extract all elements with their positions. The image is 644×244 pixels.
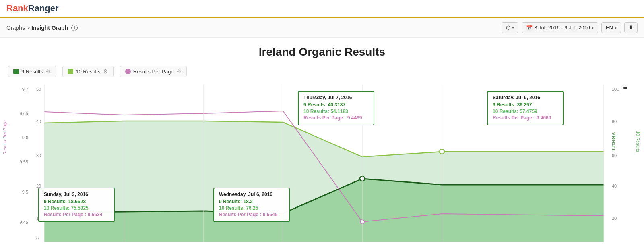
y-left-label-4: 9.5 xyxy=(22,190,28,194)
tooltip-jul9-9r: 9 Results: 36.297 xyxy=(493,102,558,108)
language-button[interactable]: EN ▾ xyxy=(601,22,621,33)
cube-icon: ⬡ xyxy=(506,25,510,31)
gear-icon-10results[interactable]: ⚙ xyxy=(103,68,108,75)
breadcrumb-current: Insight Graph xyxy=(31,25,68,31)
tooltip-jul9: Saturday, Jul 9, 2016 9 Results: 36.297 … xyxy=(487,91,564,125)
download-icon: ⬇ xyxy=(629,25,633,31)
y-axis-right-10r-title: 10 Results xyxy=(636,121,640,162)
tooltip-jul9-rpp: Results Per Page : 9.4669 xyxy=(493,115,558,121)
legend-rpp[interactable]: Results Per Page ⚙ xyxy=(120,66,187,77)
tooltip-jul7-date: Thursday, Jul 7, 2016 xyxy=(303,95,369,100)
cube-button[interactable]: ⬡ ▾ xyxy=(502,22,518,33)
legend: 9 Results ⚙ 10 Results ⚙ Results Per Pag… xyxy=(0,63,644,79)
y-right-label-20: 20 xyxy=(612,216,617,221)
tooltip-jul7: Thursday, Jul 7, 2016 9 Results: 40.3187… xyxy=(298,91,374,125)
tooltip-jul6-9r: 9 Results: 18.2 xyxy=(219,199,284,204)
breadcrumb-separator: > xyxy=(27,25,30,31)
legend-label-9results: 9 Results xyxy=(21,69,43,75)
tooltip-jul6-10r: 10 Results: 76.25 xyxy=(219,205,284,211)
date-range-label: 3 Jul, 2016 - 9 Jul, 2016 xyxy=(534,25,590,31)
tooltip-jul7-9r: 9 Results: 40.3187 xyxy=(303,102,369,108)
y-left-label-2: 9.6 xyxy=(22,135,28,140)
legend-color-rpp xyxy=(125,69,131,74)
gear-icon-9results[interactable]: ⚙ xyxy=(45,68,51,75)
legend-label-10results: 10 Results xyxy=(76,69,100,75)
y-mid-label-50: 50 xyxy=(36,87,41,92)
language-label: EN xyxy=(606,25,613,31)
toolbar-right: ⬡ ▾ 📅 3 Jul, 2016 - 9 Jul, 2016 ▾ EN ▾ ⬇ xyxy=(502,22,638,33)
tooltip-jul6-date: Wednesday, Jul 6, 2016 xyxy=(219,192,284,197)
y-axis-left-title: Results Per Page xyxy=(2,113,7,162)
lang-dropdown-arrow: ▾ xyxy=(615,25,617,30)
logo-ranger: Ranger xyxy=(28,3,59,13)
tooltip-jul3-9r: 9 Results: 18.6528 xyxy=(44,199,109,204)
info-icon[interactable]: i xyxy=(71,25,78,31)
breadcrumb-parent[interactable]: Graphs xyxy=(6,25,25,31)
y-right-label-100: 100 xyxy=(612,87,619,92)
legend-10results[interactable]: 10 Results ⚙ xyxy=(62,66,113,77)
tooltip-jul6-rpp: Results Per Page : 9.6645 xyxy=(219,212,284,217)
y-right-label-40: 40 xyxy=(612,184,617,188)
legend-label-rpp: Results Per Page xyxy=(133,69,174,75)
tooltip-jul3-rpp: Results Per Page : 9.6534 xyxy=(44,212,109,217)
y-axis-right-9r-title: 9 Results xyxy=(611,121,616,162)
y-left-label-1: 9.65 xyxy=(20,111,28,116)
legend-9results[interactable]: 9 Results ⚙ xyxy=(8,66,56,77)
page-title: Ireland Organic Results xyxy=(0,38,644,63)
y-left-label-0: 9.7 xyxy=(22,87,28,92)
date-dropdown-arrow: ▾ xyxy=(592,25,594,30)
tooltip-jul6: Wednesday, Jul 6, 2016 9 Results: 18.2 1… xyxy=(213,188,290,222)
legend-color-10results xyxy=(68,69,73,74)
chart-menu-icon[interactable]: ≡ xyxy=(623,83,628,92)
logo-rank: Rank xyxy=(6,3,28,13)
breadcrumb-bar: Graphs > Insight Graph i ⬡ ▾ 📅 3 Jul, 20… xyxy=(0,18,644,38)
y-mid-label-40: 40 xyxy=(36,119,41,124)
y-mid-label-30: 30 xyxy=(36,153,41,158)
tooltip-jul7-rpp: Results Per Page : 9.4469 xyxy=(303,115,369,121)
tooltip-jul9-10r: 10 Results: 57.4759 xyxy=(493,108,558,114)
tooltip-jul3-date: Sunday, Jul 3, 2016 xyxy=(44,192,109,197)
y-left-label-3: 9.55 xyxy=(20,159,28,164)
y-mid-label-0: 0 xyxy=(36,236,39,241)
logo: RankRanger xyxy=(6,3,59,14)
header: RankRanger xyxy=(0,0,644,18)
tooltip-jul7-10r: 10 Results: 54.1183 xyxy=(303,108,369,114)
tooltip-jul3-10r: 10 Results: 75.5325 xyxy=(44,205,109,211)
date-range-button[interactable]: 📅 3 Jul, 2016 - 9 Jul, 2016 ▾ xyxy=(522,22,598,33)
calendar-icon: 📅 xyxy=(526,25,533,31)
tooltip-jul3: Sunday, Jul 3, 2016 9 Results: 18.6528 1… xyxy=(38,188,115,222)
y-left-label-5: 9.45 xyxy=(20,220,28,225)
chart-wrapper: ≡ Results Per Page 9 Results 10 Results … xyxy=(4,79,640,244)
download-button[interactable]: ⬇ xyxy=(624,22,638,33)
breadcrumb: Graphs > Insight Graph i xyxy=(6,25,78,31)
gear-icon-rpp[interactable]: ⚙ xyxy=(176,68,182,75)
legend-color-9results xyxy=(13,69,19,74)
cube-dropdown-arrow: ▾ xyxy=(512,25,514,30)
tooltip-jul9-date: Saturday, Jul 9, 2016 xyxy=(493,95,558,100)
